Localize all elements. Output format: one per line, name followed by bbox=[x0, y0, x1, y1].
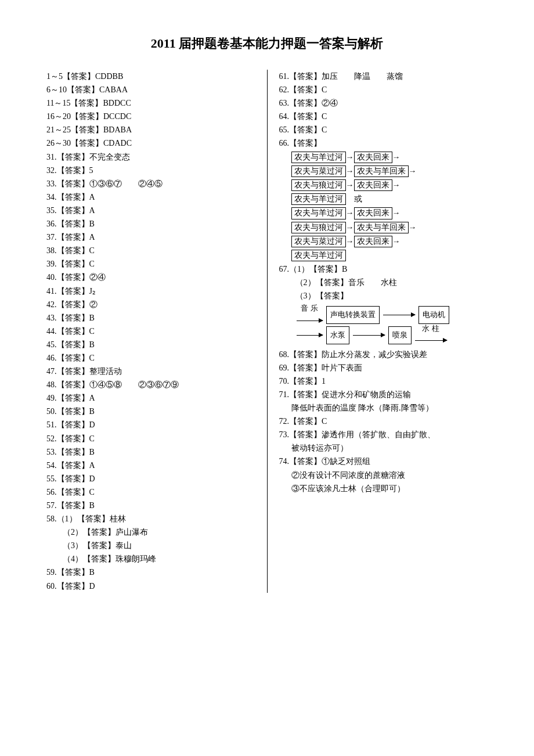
answer-73a: 73.【答案】渗透作用（答扩散、自由扩散、 bbox=[279, 428, 488, 441]
diagram-box-fountain: 喷泉 bbox=[388, 326, 412, 344]
answer-48: 48.【答案】①④⑤⑧ ②③⑥⑦⑨ bbox=[46, 378, 255, 391]
answer-range-26-30: 26～30【答案】CDADC bbox=[46, 136, 255, 150]
answer-40: 40.【答案】②④ bbox=[46, 271, 255, 284]
answer-58-2: （2）【答案】庐山瀑布 bbox=[46, 525, 255, 539]
content-columns: 1～5【答案】CDDBB 6～10【答案】CABAA 11～15【答案】BDDC… bbox=[46, 70, 488, 593]
answer-range-1-5: 1～5【答案】CDDBB bbox=[46, 70, 255, 83]
answer-62: 62.【答案】C bbox=[279, 83, 488, 96]
q66-flowchart-b: 农夫与羊过河→农夫回来→ 农夫与狼过河→农夫与羊回来→ 农夫与菜过河→农夫回来→… bbox=[279, 206, 488, 262]
answer-74c: ③不应该涂凡士林（合理即可） bbox=[279, 482, 488, 495]
answer-41: 41.【答案】J₂ bbox=[46, 285, 255, 298]
answer-47: 47.【答案】整理活动 bbox=[46, 365, 255, 378]
answer-74a: 74.【答案】①缺乏对照组 bbox=[279, 455, 488, 468]
answer-58-4: （4）【答案】珠穆朗玛峰 bbox=[46, 552, 255, 566]
answer-59: 59.【答案】B bbox=[46, 566, 255, 579]
answer-58-3: （3）【答案】泰山 bbox=[46, 539, 255, 552]
answer-56: 56.【答案】C bbox=[46, 485, 255, 499]
answer-55: 55.【答案】D bbox=[46, 472, 255, 485]
answer-49: 49.【答案】A bbox=[46, 391, 255, 405]
q66-flowchart-a: 农夫与羊过河→农夫回来→ 农夫与菜过河→农夫与羊回来→ 农夫与狼过河→农夫回来→… bbox=[279, 150, 488, 207]
answer-38: 38.【答案】C bbox=[46, 244, 255, 257]
answer-32: 32.【答案】5 bbox=[46, 164, 255, 177]
left-column: 1～5【答案】CDDBB 6～10【答案】CABAA 11～15【答案】BDDC… bbox=[46, 70, 268, 593]
answer-50: 50.【答案】B bbox=[46, 405, 255, 418]
answer-51: 51.【答案】D bbox=[46, 418, 255, 431]
answer-57: 57.【答案】B bbox=[46, 499, 255, 512]
answer-54: 54.【答案】A bbox=[46, 459, 255, 472]
answer-35: 35.【答案】A bbox=[46, 204, 255, 217]
answer-44: 44.【答案】C bbox=[46, 325, 255, 338]
answer-36: 36.【答案】B bbox=[46, 217, 255, 231]
answer-58-1: 58.（1）【答案】桂林 bbox=[46, 512, 255, 525]
diagram-box-device: 声电转换装置 bbox=[326, 306, 380, 324]
answer-33: 33.【答案】①③⑥⑦ ②④⑤ bbox=[46, 177, 255, 190]
answer-range-6-10: 6～10【答案】CABAA bbox=[46, 83, 255, 96]
answer-60: 60.【答案】D bbox=[46, 579, 255, 593]
answer-42: 42.【答案】② bbox=[46, 298, 255, 311]
answer-61: 61.【答案】加压 降温 蒸馏 bbox=[279, 70, 488, 83]
answer-66: 66.【答案】 bbox=[279, 136, 488, 150]
answer-73b: 被动转运亦可） bbox=[279, 441, 488, 455]
answer-range-21-25: 21～25【答案】BDABA bbox=[46, 123, 255, 136]
answer-63: 63.【答案】②④ bbox=[279, 96, 488, 110]
answer-34: 34.【答案】A bbox=[46, 190, 255, 204]
answer-72: 72.【答案】C bbox=[279, 415, 488, 428]
answer-71b: 降低叶表面的温度 降水（降雨.降雪等） bbox=[279, 401, 488, 415]
answer-31: 31.【答案】不完全变态 bbox=[46, 150, 255, 164]
answer-67-2: （2）【答案】音乐 水柱 bbox=[279, 276, 488, 289]
answer-52: 52.【答案】C bbox=[46, 432, 255, 445]
right-column: 61.【答案】加压 降温 蒸馏 62.【答案】C 63.【答案】②④ 64.【答… bbox=[268, 70, 488, 593]
q67-diagram: 音 乐 声电转换装置 电动机 水泵 喷泉 水 柱 bbox=[295, 306, 488, 344]
answer-67-1: 67.（1）【答案】B bbox=[279, 262, 488, 276]
answer-range-16-20: 16～20【答案】DCCDC bbox=[46, 110, 255, 123]
answer-37: 37.【答案】A bbox=[46, 231, 255, 244]
answer-68: 68.【答案】防止水分蒸发，减少实验误差 bbox=[279, 348, 488, 361]
answer-range-11-15: 11～15【答案】BDDCC bbox=[46, 96, 255, 110]
answer-65: 65.【答案】C bbox=[279, 123, 488, 136]
diagram-box-pump: 水泵 bbox=[326, 326, 349, 344]
page-title: 2011 届押题卷基本能力押题一答案与解析 bbox=[46, 35, 488, 52]
answer-64: 64.【答案】C bbox=[279, 110, 488, 123]
answer-70: 70.【答案】1 bbox=[279, 375, 488, 388]
answer-53: 53.【答案】B bbox=[46, 445, 255, 459]
answer-69: 69.【答案】叶片下表面 bbox=[279, 361, 488, 375]
answer-39: 39.【答案】C bbox=[46, 257, 255, 271]
answer-45: 45.【答案】B bbox=[46, 338, 255, 351]
answer-43: 43.【答案】B bbox=[46, 311, 255, 325]
answer-74b: ②没有设计不同浓度的蔗糖溶液 bbox=[279, 469, 488, 482]
answer-46: 46.【答案】C bbox=[46, 351, 255, 365]
answer-71a: 71.【答案】促进水分和矿物质的运输 bbox=[279, 388, 488, 401]
